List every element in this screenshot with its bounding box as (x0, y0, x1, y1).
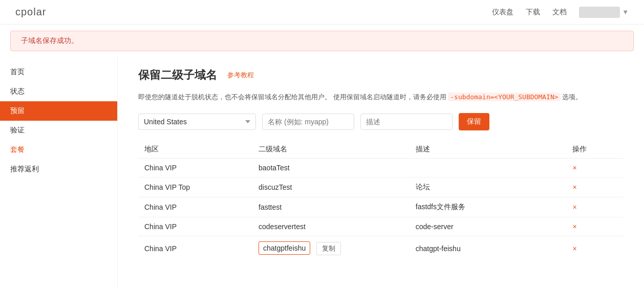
table-header-row: 地区 二级域名 描述 操作 (138, 141, 624, 159)
th-region: 地区 (138, 141, 252, 159)
sidebar-item-referral[interactable]: 推荐返利 (0, 160, 117, 179)
cell-action: × (566, 177, 624, 197)
desc-text-2: 选项。 (561, 93, 583, 101)
cell-desc: chatgpt-feishu (410, 236, 567, 261)
table-row: China VIP baotaTest × (138, 159, 624, 177)
sidebar-item-plan[interactable]: 套餐 (0, 140, 117, 160)
cell-subdomain: baotaTest (252, 159, 410, 177)
dropdown-arrow-icon: ▼ (622, 8, 629, 16)
highlighted-subdomain: chatgptfeishu (259, 241, 310, 255)
cell-region: China VIP (138, 197, 252, 217)
delete-icon[interactable]: × (572, 164, 576, 172)
main-content: 保留二级子域名 参考教程 即使您的隧道处于脱机状态，也不会将保留域名分配给其他用… (118, 57, 644, 287)
region-select[interactable]: United States China VIP China VIP Top (138, 114, 256, 130)
sidebar-item-status[interactable]: 状态 (0, 82, 117, 101)
success-banner: 子域名保存成功。 (10, 31, 634, 51)
sidebar-item-home[interactable]: 首页 (0, 62, 117, 82)
header-nav: 仪表盘 下载 文档 ▼ (492, 7, 629, 18)
desc-text-1: 即使您的隧道处于脱机状态，也不会将保留域名分配给其他用户。 使用保留域名启动隧道… (138, 93, 448, 101)
nav-download[interactable]: 下载 (526, 8, 540, 17)
desc-code: -subdomain=<YOUR_SUBDOMAIN> (448, 93, 560, 101)
th-action: 操作 (566, 141, 624, 159)
sidebar: 首页 状态 预留 验证 套餐 推荐返利 (0, 57, 118, 287)
cell-desc (410, 159, 567, 177)
sidebar-item-reserve[interactable]: 预留 (0, 101, 117, 121)
cell-desc: fastdfs文件服务 (410, 197, 567, 217)
th-desc: 描述 (410, 141, 567, 159)
delete-icon[interactable]: × (572, 244, 576, 253)
cell-action: × (566, 159, 624, 177)
cell-action: × (566, 217, 624, 236)
save-button[interactable]: 保留 (459, 113, 489, 130)
layout: 首页 状态 预留 验证 套餐 推荐返利 保留二级子域名 参考教程 即使您的隧道处… (0, 57, 644, 287)
description: 即使您的隧道处于脱机状态，也不会将保留域名分配给其他用户。 使用保留域名启动隧道… (138, 91, 624, 103)
name-input[interactable] (262, 114, 354, 130)
user-avatar (579, 7, 620, 18)
ref-tutorial-link[interactable]: 参考教程 (227, 71, 254, 80)
success-message: 子域名保存成功。 (21, 36, 78, 44)
delete-icon[interactable]: × (572, 203, 576, 211)
form-row: United States China VIP China VIP Top 保留 (138, 113, 624, 130)
header: cpolar 仪表盘 下载 文档 ▼ (0, 0, 644, 25)
logo: cpolar (15, 6, 46, 18)
copy-button[interactable]: 复制 (316, 242, 341, 255)
cell-action: × (566, 236, 624, 261)
page-title-row: 保留二级子域名 参考教程 (138, 68, 624, 83)
desc-input[interactable] (360, 114, 453, 130)
delete-icon[interactable]: × (572, 222, 576, 231)
cell-subdomain: fasttest (252, 197, 410, 217)
table-row: China VIP fasttest fastdfs文件服务 × (138, 197, 624, 217)
cell-desc: code-server (410, 217, 567, 236)
nav-dashboard[interactable]: 仪表盘 (492, 8, 513, 17)
cell-desc: 论坛 (410, 177, 567, 197)
cell-subdomain-highlighted: chatgptfeishu 复制 (252, 236, 410, 261)
cell-region: China VIP (138, 159, 252, 177)
page-title: 保留二级子域名 (138, 68, 217, 83)
cell-region: China VIP (138, 236, 252, 261)
table-row: China VIP Top discuzTest 论坛 × (138, 177, 624, 197)
sidebar-item-verify[interactable]: 验证 (0, 121, 117, 140)
table-row: China VIP chatgptfeishu 复制 chatgpt-feish… (138, 236, 624, 261)
subdomain-table: 地区 二级域名 描述 操作 China VIP baotaTest × Chin… (138, 141, 624, 260)
user-dropdown[interactable]: ▼ (579, 7, 629, 18)
table-row: China VIP codeservertest code-server × (138, 217, 624, 236)
cell-action: × (566, 197, 624, 217)
delete-icon[interactable]: × (572, 183, 576, 191)
nav-docs[interactable]: 文档 (552, 8, 567, 17)
cell-subdomain: discuzTest (252, 177, 410, 197)
cell-subdomain: codeservertest (252, 217, 410, 236)
cell-region: China VIP Top (138, 177, 252, 197)
th-subdomain: 二级域名 (252, 141, 410, 159)
cell-region: China VIP (138, 217, 252, 236)
